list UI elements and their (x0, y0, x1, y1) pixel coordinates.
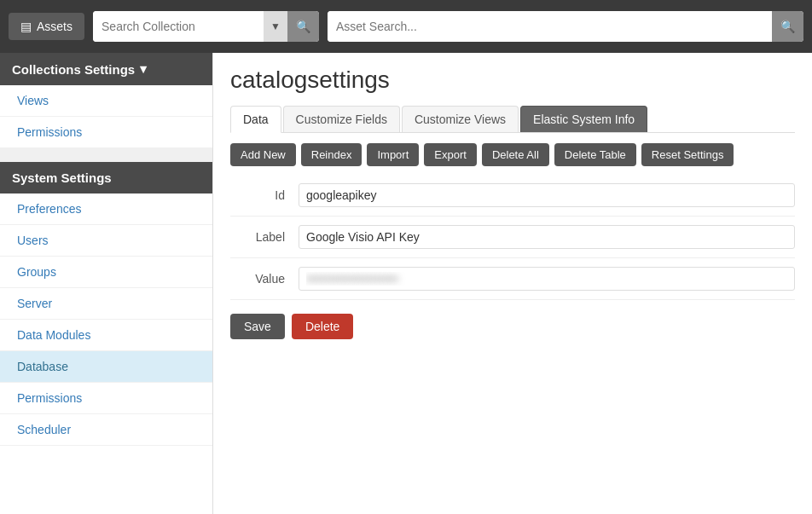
reindex-button[interactable]: Reindex (301, 143, 362, 166)
sidebar-item-permissions-system[interactable]: Permissions (0, 383, 212, 414)
assets-button[interactable]: ▤ Assets (9, 13, 84, 40)
delete-button[interactable]: Delete (292, 314, 353, 339)
system-settings-header: System Settings (0, 162, 212, 193)
search-collection-dropdown[interactable]: ▼ (264, 11, 287, 42)
label-field[interactable] (299, 225, 795, 249)
delete-table-button[interactable]: Delete Table (554, 143, 636, 166)
page-title: catalogsettings (230, 66, 795, 94)
form-row-id: Id (230, 183, 795, 217)
system-settings-items: Preferences Users Groups Server Data Mod… (0, 193, 212, 446)
form: Id Label Value (230, 183, 795, 300)
tab-elastic-system-info[interactable]: Elastic System Info (520, 106, 647, 132)
collections-settings-items: Views Permissions (0, 85, 212, 148)
action-buttons: Add New Reindex Import Export Delete All… (230, 143, 795, 166)
save-button[interactable]: Save (230, 314, 285, 339)
search-collection-wrapper: ▼ 🔍 (93, 11, 319, 42)
sidebar-item-permissions-collections[interactable]: Permissions (0, 117, 212, 148)
form-label-label: Label (230, 230, 299, 244)
tabs: Data Customize Fields Customize Views El… (230, 106, 795, 133)
collections-settings-header: Collections Settings ▾ (0, 53, 212, 85)
delete-all-button[interactable]: Delete All (482, 143, 549, 166)
form-row-value: Value (230, 267, 795, 300)
sidebar-item-database[interactable]: Database (0, 351, 212, 383)
form-label-value: Value (230, 272, 299, 286)
sidebar-item-views[interactable]: Views (0, 85, 212, 117)
main-layout: Collections Settings ▾ Views Permissions… (0, 53, 812, 514)
top-nav: ▤ Assets ▼ 🔍 🔍 (0, 0, 812, 53)
sidebar-item-groups[interactable]: Groups (0, 257, 212, 288)
id-field[interactable] (299, 183, 795, 207)
sidebar-item-preferences[interactable]: Preferences (0, 193, 212, 225)
form-label-id: Id (230, 188, 299, 202)
sidebar-item-users[interactable]: Users (0, 225, 212, 257)
import-button[interactable]: Import (367, 143, 419, 166)
form-row-label: Label (230, 225, 795, 258)
asset-search-wrapper: 🔍 (328, 11, 803, 42)
collections-settings-label: Collections Settings (12, 62, 135, 77)
assets-label: Assets (37, 20, 72, 33)
main-content: catalogsettings Data Customize Fields Cu… (213, 53, 812, 514)
value-field[interactable] (299, 267, 795, 291)
bottom-buttons: Save Delete (230, 314, 795, 339)
tab-customize-views[interactable]: Customize Views (402, 106, 519, 132)
reset-settings-button[interactable]: Reset Settings (641, 143, 734, 166)
tab-customize-fields[interactable]: Customize Fields (283, 106, 400, 132)
sidebar-item-server[interactable]: Server (0, 288, 212, 320)
sidebar-item-scheduler[interactable]: Scheduler (0, 414, 212, 446)
tab-data[interactable]: Data (230, 106, 281, 133)
export-button[interactable]: Export (424, 143, 477, 166)
asset-search-input[interactable] (328, 11, 772, 42)
search-collection-input[interactable] (93, 11, 264, 42)
collections-settings-arrow: ▾ (140, 61, 147, 77)
sidebar-item-data-modules[interactable]: Data Modules (0, 320, 212, 351)
add-new-button[interactable]: Add New (230, 143, 296, 166)
sidebar-spacer (0, 148, 212, 162)
system-settings-label: System Settings (12, 170, 112, 185)
assets-icon: ▤ (20, 20, 32, 33)
sidebar: Collections Settings ▾ Views Permissions… (0, 53, 213, 514)
search-collection-submit[interactable]: 🔍 (287, 11, 319, 42)
asset-search-submit[interactable]: 🔍 (772, 11, 803, 42)
